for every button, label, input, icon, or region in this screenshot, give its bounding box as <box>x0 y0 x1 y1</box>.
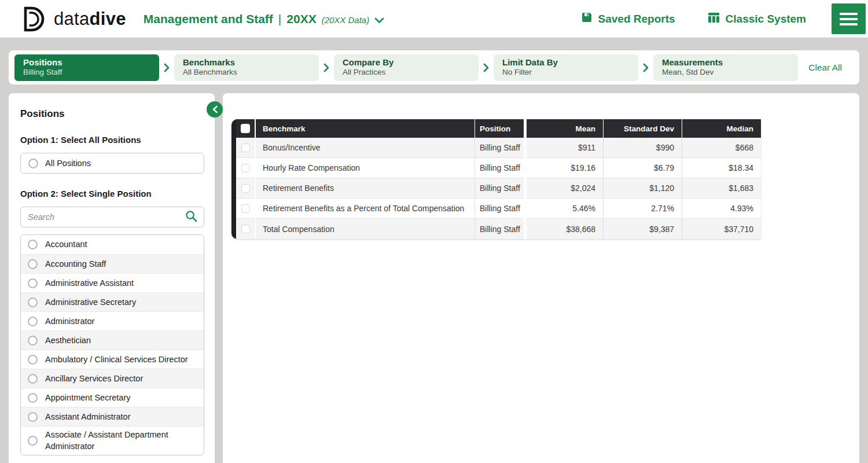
position-list-item[interactable]: Accountant <box>21 235 204 254</box>
col-header-mean[interactable]: Mean <box>527 119 603 138</box>
radio-icon[interactable] <box>28 355 38 365</box>
row-check-cell <box>236 199 255 219</box>
chevron-down-icon[interactable] <box>374 16 384 26</box>
position-label: Assistant Administrator <box>45 411 130 422</box>
median-cell: $668 <box>682 138 761 158</box>
hamburger-menu-button[interactable] <box>832 3 866 34</box>
positions-sidebar: Positions Option 1: Select All Positions… <box>9 93 215 463</box>
radio-icon[interactable] <box>28 278 38 288</box>
row-checkbox[interactable] <box>241 225 250 233</box>
search-input[interactable] <box>28 212 185 222</box>
position-list-item[interactable]: Aesthetician <box>21 330 204 350</box>
report-title-year: 20XX <box>286 12 316 26</box>
radio-icon[interactable] <box>28 436 38 446</box>
stepper-step[interactable]: Positions Billing Staff <box>14 54 159 81</box>
position-label: Associate / Assistant Department Adminis… <box>45 429 197 453</box>
stepper-steps: Positions Billing Staff Benchmarks All B… <box>14 54 798 81</box>
position-list-item[interactable]: Accounting Staff <box>21 254 204 273</box>
row-checkbox[interactable] <box>241 164 250 172</box>
position-cell: Billing Staff <box>475 158 524 178</box>
position-search <box>20 207 204 227</box>
radio-icon[interactable] <box>28 240 38 249</box>
table-row[interactable]: Total Compensation Billing Staff $38,668… <box>236 219 761 239</box>
col-header-position[interactable]: Position <box>475 119 524 138</box>
radio-icon[interactable] <box>28 317 38 326</box>
col-header-median[interactable]: Median <box>682 119 761 138</box>
benchmark-cell: Retirement Benefits as a Percent of Tota… <box>256 199 475 219</box>
position-label: Administrator <box>45 315 94 327</box>
row-checkbox[interactable] <box>241 144 250 152</box>
radio-icon[interactable] <box>28 297 38 307</box>
option2-heading: Option 2: Select Single Position <box>20 189 204 199</box>
table-row[interactable]: Retirement Benefits Billing Staff $2,024… <box>236 178 761 199</box>
position-list-item[interactable]: Administrative Assistant <box>21 273 204 292</box>
position-label: Accountant <box>45 238 87 250</box>
clear-all-button[interactable]: Clear All <box>808 63 842 73</box>
median-cell: 4.93% <box>682 199 761 219</box>
position-list-item[interactable]: Administrator <box>21 311 204 330</box>
search-icon[interactable] <box>185 210 197 225</box>
radio-icon[interactable] <box>28 393 38 403</box>
table-row[interactable]: Hourly Rate Compensation Billing Staff $… <box>236 158 761 178</box>
position-list-item[interactable]: Appointment Secretary <box>21 388 204 407</box>
step-title: Limit Data By <box>502 57 630 68</box>
position-label: Administrative Secretary <box>45 296 136 308</box>
option1-heading: Option 1: Select All Positions <box>20 135 204 145</box>
radio-icon[interactable] <box>28 259 38 269</box>
datadive-logo-icon <box>20 6 45 32</box>
mean-cell: $2,024 <box>527 178 603 199</box>
hamburger-icon <box>840 13 858 15</box>
position-list-item[interactable]: Assistant Administrator <box>21 407 204 426</box>
benchmark-cell: Bonus/Incentive <box>256 138 475 158</box>
step-title: Compare By <box>343 57 470 68</box>
row-check-cell <box>236 178 255 199</box>
header-links: Saved Reports Classic System <box>581 12 806 26</box>
position-list-item[interactable]: Associate / Assistant Department Adminis… <box>21 426 204 455</box>
stepper-step[interactable]: Benchmarks All Benchmarks <box>174 54 319 81</box>
position-label: Appointment Secretary <box>45 392 131 403</box>
row-checkbox[interactable] <box>241 204 250 213</box>
row-checkbox[interactable] <box>241 184 250 193</box>
benchmark-table: Benchmark Position Mean Standard Dev Med… <box>231 119 761 239</box>
standard-dev-cell: $9,387 <box>604 219 682 239</box>
radio-icon[interactable] <box>28 159 38 168</box>
classic-system-link[interactable]: Classic System <box>708 12 806 26</box>
report-title-dataset: (20XX Data) <box>322 15 370 25</box>
stepper-step[interactable]: Compare By All Practices <box>334 54 479 81</box>
radio-icon[interactable] <box>28 374 38 384</box>
report-title[interactable]: Management and Staff | 20XX (20XX Data) <box>144 12 384 26</box>
classic-system-label: Classic System <box>726 13 806 25</box>
table-row[interactable]: Retirement Benefits as a Percent of Tota… <box>236 199 761 219</box>
step-subtitle: No Filter <box>502 68 630 78</box>
standard-dev-cell: $990 <box>604 138 682 158</box>
chevron-right-icon <box>323 63 329 72</box>
table-header-row: Benchmark Position Mean Standard Dev Med… <box>236 119 761 138</box>
select-all-checkbox[interactable] <box>241 124 250 133</box>
all-positions-option[interactable]: All Positions <box>20 153 204 174</box>
mean-cell: $911 <box>527 138 603 158</box>
position-label: Aesthetician <box>45 335 91 346</box>
radio-icon[interactable] <box>28 336 38 346</box>
benchmark-cell: Total Compensation <box>256 219 475 239</box>
position-cell: Billing Staff <box>475 178 524 199</box>
standard-dev-cell: $1,120 <box>604 178 682 199</box>
table-row[interactable]: Bonus/Incentive Billing Staff $911 $990 … <box>236 138 761 158</box>
col-header-benchmark[interactable]: Benchmark <box>256 119 475 138</box>
sidebar-collapse-button[interactable] <box>207 101 223 117</box>
saved-reports-link[interactable]: Saved Reports <box>581 12 675 26</box>
position-label: Administrative Assistant <box>45 277 134 289</box>
col-header-standard-dev[interactable]: Standard Dev <box>604 119 682 138</box>
stepper-step[interactable]: Measurements Mean, Std Dev <box>653 54 798 81</box>
table-body: Bonus/Incentive Billing Staff $911 $990 … <box>236 138 761 239</box>
position-list-item[interactable]: Administrative Secretary <box>21 292 204 311</box>
logo[interactable]: datadive <box>20 6 126 32</box>
position-list-item[interactable]: Ambulatory / Clinical Services Director <box>21 350 204 369</box>
radio-icon[interactable] <box>28 412 38 422</box>
position-list-item[interactable]: Ancillary Services Director <box>21 369 204 388</box>
filter-stepper: Positions Billing Staff Benchmarks All B… <box>9 50 859 84</box>
step-subtitle: Billing Staff <box>23 68 150 78</box>
stepper-step[interactable]: Limit Data By No Filter <box>494 54 638 81</box>
position-label: Ambulatory / Clinical Services Director <box>45 354 188 365</box>
chevron-right-icon <box>643 63 649 72</box>
position-cell: Billing Staff <box>475 219 524 239</box>
